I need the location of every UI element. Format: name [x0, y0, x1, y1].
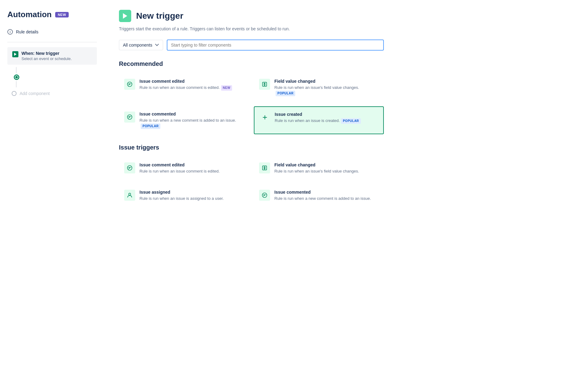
main-play-icon [119, 10, 131, 22]
main-content: New trigger Triggers start the execution… [104, 10, 399, 391]
card-icon-issue-comment-edited-it [124, 162, 135, 173]
card-body-issue-comment-edited-rec: Issue comment editedRule is run when an … [139, 79, 232, 91]
card-icon-issue-created-rec [259, 112, 270, 123]
card-icon-issue-assigned-it [124, 190, 135, 201]
card-body-field-value-changed-it: Field value changedRule is run when an i… [274, 162, 359, 174]
card-body-issue-comment-edited-it: Issue comment editedRule is run when an … [139, 162, 220, 174]
card-field-value-changed-rec[interactable]: Field value changedRule is run when an i… [254, 74, 384, 101]
main-play-triangle-icon [122, 13, 128, 19]
step-subtitle: Select an event or schedule. [21, 56, 72, 61]
add-component-circle [12, 91, 17, 96]
card-title-field-value-changed-rec: Field value changed [274, 79, 379, 84]
card-body-issue-commented-rec: Issue commentedRule is run when a new co… [139, 112, 244, 129]
sidebar: Automation NEW i Rule details When: New … [0, 10, 104, 391]
card-issue-created-rec[interactable]: Issue createdRule is run when an issue i… [254, 106, 384, 134]
card-title-issue-comment-edited-it: Issue comment edited [139, 162, 220, 167]
card-badge-issue-created-rec: POPULAR [341, 118, 361, 124]
new-badge: NEW [55, 12, 68, 17]
card-desc-field-value-changed-rec: Rule is run when an issue's field value … [274, 85, 379, 96]
card-title-issue-comment-edited-rec: Issue comment edited [139, 79, 232, 84]
connector-line-top [16, 67, 17, 73]
connector-circle-green [14, 74, 19, 80]
main-title: New trigger [136, 11, 183, 21]
app-title: Automation [7, 10, 52, 19]
component-filter-input[interactable] [167, 40, 384, 51]
section-title-recommended: Recommended [119, 60, 384, 67]
info-icon: i [7, 29, 13, 35]
connector-line-bottom [16, 81, 17, 87]
svg-point-7 [129, 193, 131, 195]
card-body-issue-created-rec: Issue createdRule is run when an issue i… [275, 112, 361, 124]
connector-area [16, 67, 97, 87]
card-issue-assigned-it[interactable]: Issue assignedRule is run when an issue … [119, 184, 249, 207]
card-desc-issue-comment-edited-it: Rule is run when an issue comment is edi… [139, 169, 220, 174]
sidebar-divider [7, 42, 97, 42]
main-header: New trigger [119, 10, 384, 22]
card-badge-issue-commented-rec: POPULAR [141, 123, 160, 129]
card-issue-comment-edited-it[interactable]: Issue comment editedRule is run when an … [119, 157, 249, 179]
section-title-issue-triggers: Issue triggers [119, 144, 384, 151]
sidebar-header: Automation NEW [7, 10, 97, 19]
chevron-down-icon [155, 43, 159, 47]
add-component-row[interactable]: Add component [8, 89, 97, 98]
svg-marker-1 [123, 13, 127, 19]
section-issue-triggers: Issue triggers Issue comment editedRule … [119, 144, 384, 206]
card-field-value-changed-it[interactable]: Field value changedRule is run when an i… [254, 157, 384, 179]
step-content: When: New trigger Select an event or sch… [21, 51, 72, 61]
card-icon-field-value-changed-rec [259, 79, 270, 90]
card-issue-commented-rec[interactable]: Issue commentedRule is run when a new co… [119, 106, 249, 134]
card-icon-issue-commented-it [259, 190, 270, 201]
cards-grid-recommended: Issue comment editedRule is run when an … [119, 74, 384, 134]
card-title-issue-commented-it: Issue commented [274, 190, 371, 195]
card-title-field-value-changed-it: Field value changed [274, 162, 359, 167]
rule-details-row[interactable]: i Rule details [7, 27, 97, 37]
card-issue-comment-edited-rec[interactable]: Issue comment editedRule is run when an … [119, 74, 249, 101]
main-description: Triggers start the execution of a rule. … [119, 26, 384, 32]
card-title-issue-assigned-it: Issue assigned [139, 190, 224, 195]
add-component-label: Add component [20, 91, 50, 96]
card-desc-issue-assigned-it: Rule is run when an issue is assigned to… [139, 196, 224, 201]
filter-row: All components [119, 40, 384, 51]
section-recommended: Recommended Issue comment editedRule is … [119, 60, 384, 134]
card-body-issue-commented-it: Issue commentedRule is run when a new co… [274, 190, 371, 201]
card-title-issue-commented-rec: Issue commented [139, 112, 244, 116]
card-desc-issue-commented-rec: Rule is run when a new comment is added … [139, 118, 244, 129]
cards-grid-issue-triggers: Issue comment editedRule is run when an … [119, 157, 384, 206]
card-badge-issue-comment-edited-rec: NEW [221, 85, 232, 91]
card-title-issue-created-rec: Issue created [275, 112, 361, 117]
step-title: When: New trigger [21, 51, 72, 56]
step-play-icon [12, 51, 18, 57]
rule-details-label: Rule details [16, 29, 38, 34]
card-desc-issue-comment-edited-rec: Rule is run when an issue comment is edi… [139, 85, 232, 91]
card-badge-field-value-changed-rec: POPULAR [276, 91, 295, 96]
card-icon-field-value-changed-it [259, 162, 270, 173]
sections-container: Recommended Issue comment editedRule is … [119, 60, 384, 207]
svg-marker-0 [14, 53, 17, 56]
card-desc-issue-commented-it: Rule is run when a new comment is added … [274, 196, 371, 201]
card-issue-commented-it[interactable]: Issue commentedRule is run when a new co… [254, 184, 384, 207]
card-body-field-value-changed-rec: Field value changedRule is run when an i… [274, 79, 379, 96]
card-desc-field-value-changed-it: Rule is run when an issue's field value … [274, 169, 359, 174]
card-body-issue-assigned-it: Issue assignedRule is run when an issue … [139, 190, 224, 201]
trigger-step[interactable]: When: New trigger Select an event or sch… [7, 47, 97, 65]
card-desc-issue-created-rec: Rule is run when an issue is created.POP… [275, 118, 361, 124]
play-triangle-icon [14, 53, 17, 56]
component-filter-dropdown[interactable]: All components [119, 40, 163, 50]
card-icon-issue-commented-rec [124, 112, 135, 123]
card-icon-issue-comment-edited-rec [124, 79, 135, 90]
filter-dropdown-label: All components [123, 43, 152, 47]
